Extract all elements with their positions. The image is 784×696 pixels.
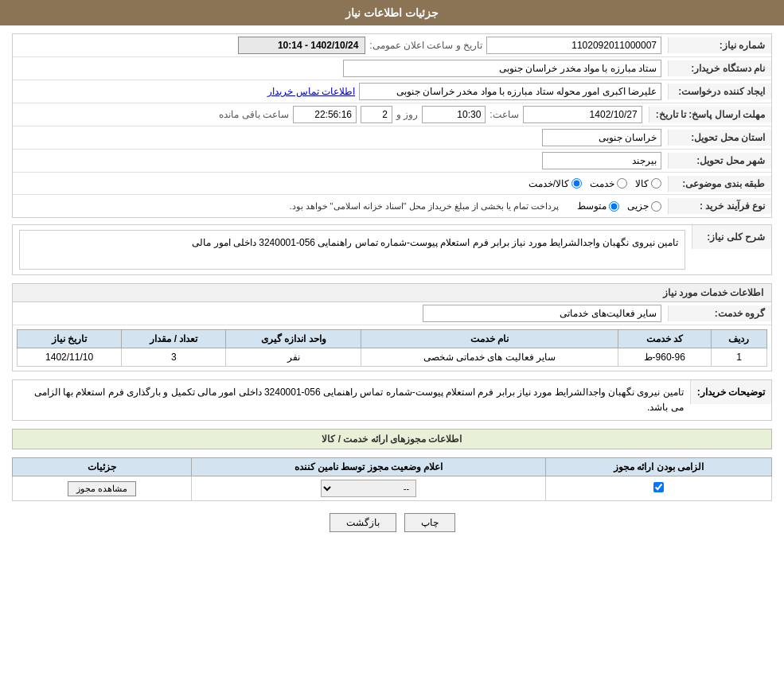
creator-row: ایجاد کننده درخواست: اطلاعات تماس خریدار	[13, 80, 771, 103]
radio-kala-khedmat-label: کالا/خدمت	[529, 178, 569, 189]
license-status-cell: --	[192, 476, 546, 501]
category-radio-group: کالا خدمت کالا/خدمت	[529, 178, 661, 189]
process-note: پرداخت تمام یا بخشی از مبلغ خریداز محل "…	[283, 198, 565, 215]
table-cell-service_code: 960-96-ط	[618, 348, 711, 367]
response-deadline-value-cell: ساعت: روز و ساعت باقی مانده	[13, 103, 649, 126]
col-row-num: ردیف	[711, 330, 766, 348]
province-row: استان محل تحویل:	[13, 126, 771, 150]
print-button[interactable]: چاپ	[404, 513, 455, 532]
services-section: اطلاعات خدمات مورد نیاز گروه خدمت: ردیف …	[12, 283, 772, 371]
services-table-header-row: ردیف کد خدمت نام خدمت واحد اندازه گیری ت…	[18, 330, 767, 348]
col-details: جزئیات	[13, 458, 192, 476]
contact-link[interactable]: اطلاعات تماس خریدار	[267, 86, 355, 97]
service-group-row: گروه خدمت:	[13, 302, 771, 325]
remaining-label: ساعت باقی مانده	[219, 109, 289, 120]
radio-kala-input[interactable]	[651, 178, 661, 189]
shrh-content: تامین نیروی نگهبان واجدالشرایط مورد نیاز…	[13, 225, 692, 274]
radio-jozyi-label: جزیی	[627, 200, 649, 212]
table-cell-need_date: 1402/11/10	[18, 348, 122, 367]
remaining-time-input[interactable]	[293, 106, 357, 123]
radio-kala: کالا	[635, 178, 661, 189]
buyer-notes-section: توضیحات خریدار: تامین نیروی نگهبان واجدا…	[12, 379, 772, 421]
services-table: ردیف کد خدمت نام خدمت واحد اندازه گیری ت…	[17, 329, 767, 367]
licenses-table: الزامی بودن ارائه مجوز اعلام وضعیت مجوز …	[12, 457, 772, 501]
table-cell-quantity: 3	[122, 348, 226, 367]
process-label: نوع فرآیند خرید :	[668, 198, 771, 214]
buyer-notes-content: تامین نیروی نگهبان واجدالشرایط مورد نیاز…	[13, 380, 690, 420]
city-label: شهر محل تحویل:	[668, 153, 771, 169]
province-input[interactable]	[542, 129, 661, 146]
table-cell-row_num: 1	[711, 348, 766, 367]
licenses-table-body: --مشاهده مجوز	[13, 476, 772, 501]
license-status-select[interactable]: --	[321, 480, 416, 497]
response-days-label: روز و	[396, 109, 418, 120]
response-days-input[interactable]	[361, 106, 392, 123]
top-info-section: شماره نیاز: تاریخ و ساعت اعلان عمومی: 14…	[12, 33, 772, 218]
list-item: --مشاهده مجوز	[13, 476, 772, 501]
radio-kala-khedmat-input[interactable]	[571, 178, 582, 189]
service-group-label: گروه خدمت:	[668, 305, 771, 321]
header-title: جزئیات اطلاعات نیاز	[345, 6, 439, 19]
service-group-input[interactable]	[423, 305, 661, 322]
response-time-input[interactable]	[422, 106, 486, 123]
page-header: جزئیات اطلاعات نیاز	[0, 0, 784, 25]
table-row: 1960-96-طسایر فعالیت های خدماتی شخصینفر3…	[18, 348, 767, 367]
buyer-org-label: نام دستگاه خریدار:	[668, 60, 771, 76]
province-label: استان محل تحویل:	[668, 130, 771, 146]
creator-label: ایجاد کننده درخواست:	[668, 84, 771, 99]
need-number-input[interactable]	[486, 37, 661, 54]
category-value-cell: کالا خدمت کالا/خدمت	[13, 176, 668, 192]
response-time-label: ساعت:	[490, 109, 518, 120]
city-row: شهر محل تحویل:	[13, 150, 771, 173]
licenses-title: اطلاعات مجوزهای ارائه خدمت / کالا	[12, 429, 772, 449]
creator-value-cell: اطلاعات تماس خریدار	[13, 80, 668, 103]
licenses-section: اطلاعات مجوزهای ارائه خدمت / کالا الزامی…	[12, 429, 772, 501]
licenses-table-head: الزامی بودن ارائه مجوز اعلام وضعیت مجوز …	[13, 458, 772, 476]
category-label: طبقه بندی موضوعی:	[668, 176, 771, 192]
licenses-header-row: الزامی بودن ارائه مجوز اعلام وضعیت مجوز …	[13, 458, 772, 476]
process-radio-group: جزیی متوسط	[577, 200, 661, 212]
license-required-checkbox[interactable]	[653, 482, 664, 492]
response-deadline-label: مهلت ارسال پاسخ: تا تاریخ:	[649, 107, 771, 122]
buyer-org-input[interactable]	[343, 60, 661, 77]
shrh-label: شرح کلی نیاز:	[692, 225, 771, 249]
view-license-button[interactable]: مشاهده مجوز	[68, 481, 136, 496]
radio-kala-khedmat: کالا/خدمت	[529, 178, 582, 189]
buyer-notes-label: توضیحات خریدار:	[690, 380, 771, 404]
province-value-cell	[13, 126, 668, 149]
radio-khedmat: خدمت	[590, 178, 627, 189]
services-table-wrapper: ردیف کد خدمت نام خدمت واحد اندازه گیری ت…	[13, 325, 771, 371]
radio-motawaset-label: متوسط	[577, 200, 607, 212]
license-required-cell	[546, 476, 772, 501]
license-details-cell: مشاهده مجوز	[13, 476, 192, 501]
radio-motawaset: متوسط	[577, 200, 619, 212]
services-table-head: ردیف کد خدمت نام خدمت واحد اندازه گیری ت…	[18, 330, 767, 348]
radio-kala-label: کالا	[635, 178, 649, 189]
back-button[interactable]: بازگشت	[330, 513, 396, 532]
announce-datetime-label: تاریخ و ساعت اعلان عمومی:	[369, 40, 482, 51]
services-table-body: 1960-96-طسایر فعالیت های خدماتی شخصینفر3…	[18, 348, 767, 367]
response-deadline-row: مهلت ارسال پاسخ: تا تاریخ: ساعت: روز و س…	[13, 103, 771, 126]
radio-jozyi-input[interactable]	[651, 201, 661, 212]
col-status-announce: اعلام وضعیت مجوز توسط نامین کننده	[192, 458, 546, 476]
radio-khedmat-input[interactable]	[617, 178, 627, 189]
creator-input[interactable]	[359, 83, 661, 100]
radio-motawaset-input[interactable]	[609, 201, 619, 212]
city-input[interactable]	[542, 152, 661, 169]
service-group-value-cell	[13, 302, 668, 325]
process-row: نوع فرآیند خرید : جزیی متوسط پرداخت تمام…	[13, 195, 771, 217]
process-value-cell: جزیی متوسط پرداخت تمام یا بخشی از مبلغ خ…	[13, 196, 668, 217]
col-service-code: کد خدمت	[618, 330, 711, 348]
main-content: شماره نیاز: تاریخ و ساعت اعلان عمومی: 14…	[0, 25, 784, 552]
city-value-cell	[13, 150, 668, 172]
response-date-input[interactable]	[523, 106, 642, 123]
col-required: الزامی بودن ارائه مجوز	[546, 458, 772, 476]
shrh-inner: شرح کلی نیاز: تامین نیروی نگهبان واجدالش…	[13, 225, 771, 274]
col-need-date: تاریخ نیاز	[18, 330, 122, 348]
services-title: اطلاعات خدمات مورد نیاز	[13, 284, 771, 302]
page-wrapper: جزئیات اطلاعات نیاز شماره نیاز: تاریخ و …	[0, 0, 784, 696]
category-row: طبقه بندی موضوعی: کالا خدمت	[13, 173, 771, 195]
radio-khedmat-label: خدمت	[590, 178, 614, 189]
buyer-org-value-cell	[13, 57, 668, 80]
announce-datetime-value: 1402/10/24 - 10:14	[238, 37, 365, 54]
